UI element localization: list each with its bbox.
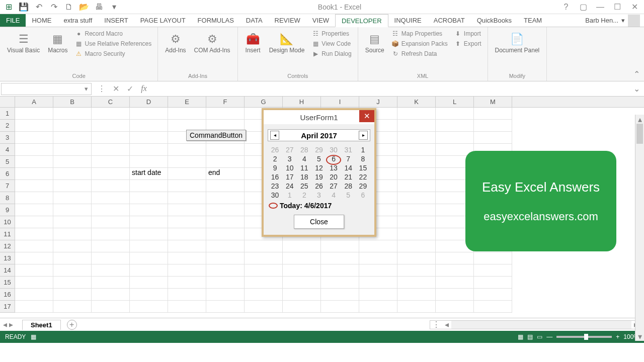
cell[interactable]: [359, 264, 397, 277]
cell[interactable]: [15, 204, 53, 216]
col-header[interactable]: E: [168, 97, 206, 107]
select-all-corner[interactable]: [0, 97, 15, 107]
cell[interactable]: [168, 252, 206, 264]
calendar-day[interactable]: 23: [269, 182, 282, 190]
cell[interactable]: [15, 240, 53, 252]
calendar-today[interactable]: Today: 4/6/2017: [268, 200, 370, 212]
cell[interactable]: [92, 156, 130, 168]
cell[interactable]: [15, 216, 53, 228]
cell[interactable]: [168, 277, 206, 289]
cell[interactable]: [53, 301, 92, 313]
row-header[interactable]: 5: [0, 156, 15, 168]
cell[interactable]: [130, 204, 168, 216]
expand-formula-icon[interactable]: ⌄: [630, 84, 643, 94]
row-header[interactable]: 13: [0, 252, 15, 264]
cell[interactable]: [15, 180, 53, 192]
cell[interactable]: [321, 252, 359, 264]
cell[interactable]: [92, 120, 130, 132]
cell[interactable]: [53, 144, 92, 156]
cell[interactable]: [15, 144, 53, 156]
record-macro-button[interactable]: ●Record Macro: [73, 29, 154, 38]
row-header[interactable]: 8: [0, 192, 15, 204]
row-header[interactable]: 1: [0, 108, 15, 120]
cell[interactable]: [397, 289, 436, 301]
cell[interactable]: [92, 289, 130, 301]
cell[interactable]: [397, 132, 436, 144]
cell[interactable]: [359, 240, 397, 252]
col-header[interactable]: C: [92, 97, 130, 107]
cell[interactable]: [92, 168, 130, 180]
cell[interactable]: [92, 277, 130, 289]
horizontal-scrollbar[interactable]: ⋮ ◂ ▸: [430, 320, 641, 329]
cell[interactable]: [15, 301, 53, 313]
cell[interactable]: [15, 132, 53, 144]
cell[interactable]: [321, 264, 359, 277]
col-header[interactable]: M: [474, 97, 512, 107]
zoom-in-icon[interactable]: +: [616, 333, 619, 340]
cell[interactable]: [283, 301, 321, 313]
cell[interactable]: [15, 156, 53, 168]
cell[interactable]: [92, 301, 130, 313]
cell[interactable]: [15, 228, 53, 240]
view-layout-icon[interactable]: ▤: [527, 333, 533, 340]
cell[interactable]: [130, 120, 168, 132]
expansion-button[interactable]: 📦Expansion Packs: [389, 39, 450, 48]
calendar-day[interactable]: 19: [312, 173, 326, 181]
cell[interactable]: [130, 180, 168, 192]
cell[interactable]: [15, 252, 53, 264]
row-header[interactable]: 3: [0, 132, 15, 144]
cell[interactable]: [245, 252, 283, 264]
close-icon[interactable]: ✕: [627, 2, 642, 13]
row-header[interactable]: 17: [0, 301, 15, 313]
ribbon-options-icon[interactable]: ▢: [576, 2, 591, 13]
cell[interactable]: [168, 144, 206, 156]
cell[interactable]: [474, 108, 512, 120]
cell[interactable]: [53, 277, 92, 289]
tab-home[interactable]: HOME: [26, 14, 57, 27]
maximize-icon[interactable]: ☐: [610, 2, 625, 13]
cell[interactable]: start date: [130, 168, 168, 180]
next-month-button[interactable]: ▸: [359, 131, 368, 140]
row-header[interactable]: 15: [0, 277, 15, 289]
cell[interactable]: [53, 204, 92, 216]
row-header[interactable]: 9: [0, 204, 15, 216]
calendar-day[interactable]: 4: [298, 155, 311, 163]
addins-button[interactable]: ⚙Add-Ins: [162, 29, 189, 72]
cell[interactable]: [92, 108, 130, 120]
view-normal-icon[interactable]: ▦: [518, 333, 523, 340]
calendar-day[interactable]: 20: [327, 173, 340, 181]
tab-insert[interactable]: INSERT: [98, 14, 134, 27]
cell[interactable]: [206, 108, 245, 120]
cell[interactable]: [436, 264, 474, 277]
cell[interactable]: [245, 301, 283, 313]
calendar-day[interactable]: 29: [356, 182, 369, 190]
cell[interactable]: [53, 240, 92, 252]
minimize-icon[interactable]: —: [593, 2, 608, 13]
new-icon[interactable]: 🗋: [62, 2, 75, 13]
col-header[interactable]: L: [436, 97, 474, 107]
cell[interactable]: [359, 252, 397, 264]
calendar-day[interactable]: 2: [269, 155, 282, 163]
cell[interactable]: [92, 180, 130, 192]
cell[interactable]: [168, 204, 206, 216]
tab-team[interactable]: TEAM: [518, 14, 548, 27]
cell[interactable]: [436, 277, 474, 289]
cell[interactable]: [436, 120, 474, 132]
collapse-ribbon-icon[interactable]: ⌃: [633, 69, 640, 79]
cell[interactable]: [92, 144, 130, 156]
calendar-day[interactable]: 27: [283, 146, 296, 154]
cell[interactable]: [168, 264, 206, 277]
add-sheet-button[interactable]: +: [67, 320, 77, 330]
tab-acrobat[interactable]: ACROBAT: [428, 14, 471, 27]
redo-icon[interactable]: ↷: [47, 2, 60, 13]
cell[interactable]: [436, 132, 474, 144]
cell[interactable]: [168, 180, 206, 192]
calendar-day[interactable]: 5: [342, 191, 355, 199]
cell[interactable]: [359, 301, 397, 313]
calendar-day[interactable]: 11: [298, 164, 311, 172]
cell[interactable]: [397, 240, 436, 252]
cell[interactable]: [474, 301, 512, 313]
cell[interactable]: [474, 264, 512, 277]
print-icon[interactable]: 🖶: [93, 2, 106, 13]
cell[interactable]: [283, 252, 321, 264]
